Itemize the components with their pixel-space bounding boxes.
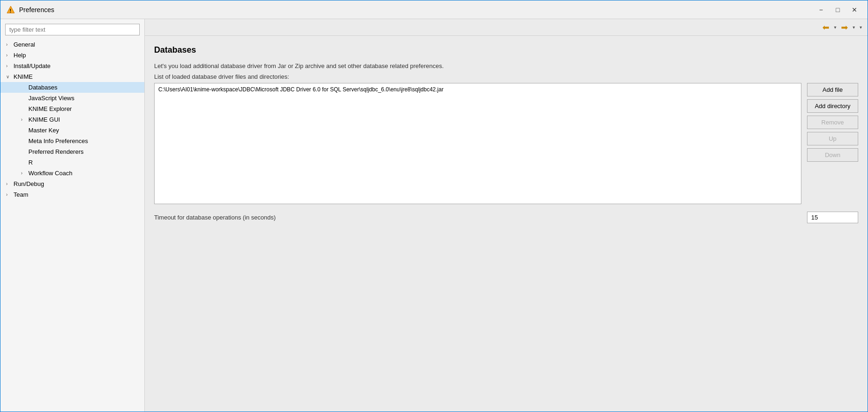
description-text: Let's you load additional database drive… [154, 62, 858, 69]
back-dropdown-button[interactable]: ▾ [832, 24, 838, 31]
remove-button[interactable]: Remove [807, 116, 858, 129]
minimize-button[interactable]: − [814, 3, 828, 16]
sidebar-label-meta-info: Meta Info Preferences [28, 137, 141, 144]
sidebar-item-workflow-coach[interactable]: › Workflow Coach [0, 168, 144, 179]
content-area: › General › Help › Install/Update ∨ KNIM… [0, 19, 868, 412]
list-label: List of loaded database driver files and… [154, 73, 858, 80]
timeout-row: Timeout for database operations (in seco… [154, 212, 858, 223]
panel-title: Databases [154, 45, 858, 55]
forward-dropdown-button[interactable]: ▾ [851, 24, 857, 31]
preferences-window: ! Preferences − □ ✕ › General › Help [0, 0, 868, 412]
menu-dropdown-icon: ▾ [860, 25, 862, 30]
action-buttons: Add file Add directory Remove Up Down [807, 83, 858, 162]
window-title: Preferences [19, 6, 814, 14]
menu-dropdown-button[interactable]: ▾ [858, 24, 864, 31]
svg-text:!: ! [10, 8, 11, 13]
sidebar-item-preferred-renderers[interactable]: Preferred Renderers [0, 146, 144, 157]
forward-dropdown-icon: ▾ [853, 25, 855, 30]
sidebar-item-help[interactable]: › Help [0, 50, 144, 61]
sidebar-label-databases: Databases [28, 84, 141, 91]
sidebar-label-jsviews: JavaScript Views [28, 95, 141, 102]
sidebar-label-general: General [14, 41, 141, 48]
sidebar-label-help: Help [14, 52, 141, 59]
forward-button[interactable]: ➡ [839, 21, 850, 34]
expand-arrow-team: › [6, 192, 14, 197]
app-icon: ! [6, 5, 15, 14]
sidebar-label-master-key: Master Key [28, 127, 141, 134]
sidebar-label-install: Install/Update [14, 62, 141, 69]
window-controls: − □ ✕ [814, 3, 862, 16]
sidebar-item-team[interactable]: › Team [0, 189, 144, 200]
up-button[interactable]: Up [807, 132, 858, 145]
forward-arrow-icon: ➡ [841, 22, 848, 33]
expand-arrow-help: › [6, 53, 14, 58]
sidebar-item-javascript-views[interactable]: JavaScript Views [0, 93, 144, 103]
down-button[interactable]: Down [807, 148, 858, 162]
maximize-button[interactable]: □ [830, 3, 845, 16]
sidebar-label-workflow-coach: Workflow Coach [28, 170, 141, 177]
sidebar-item-general[interactable]: › General [0, 39, 144, 50]
sidebar-item-knime-gui[interactable]: › KNIME GUI [0, 114, 144, 125]
sidebar-item-knime[interactable]: ∨ KNIME [0, 71, 144, 82]
sidebar-item-databases[interactable]: Databases [0, 82, 144, 93]
file-list-box[interactable]: C:\Users\AI01\knime-workspace\JDBC\Micro… [154, 83, 801, 204]
file-list-item: C:\Users\AI01\knime-workspace\JDBC\Micro… [156, 85, 799, 94]
back-arrow-icon: ⬅ [822, 22, 829, 33]
sidebar-item-r[interactable]: R [0, 157, 144, 168]
sidebar-item-meta-info[interactable]: Meta Info Preferences [0, 136, 144, 146]
expand-arrow-workflow-coach: › [21, 171, 28, 176]
sidebar-item-master-key[interactable]: Master Key [0, 125, 144, 136]
expand-arrow-knime-gui: › [21, 117, 28, 122]
sidebar-label-run-debug: Run/Debug [14, 180, 141, 187]
sidebar-item-knime-explorer[interactable]: KNIME Explorer [0, 103, 144, 114]
sidebar-item-install-update[interactable]: › Install/Update [0, 61, 144, 71]
add-file-button[interactable]: Add file [807, 83, 858, 96]
expand-arrow-knime: ∨ [6, 74, 14, 79]
add-directory-button[interactable]: Add directory [807, 99, 858, 113]
main-panel: ⬅ ▾ ➡ ▾ ▾ Databases Let's you load addi [145, 19, 868, 412]
close-button[interactable]: ✕ [847, 3, 862, 16]
sidebar-label-preferred-renderers: Preferred Renderers [28, 148, 141, 155]
back-button[interactable]: ⬅ [821, 21, 831, 34]
expand-arrow-install: › [6, 63, 14, 69]
sidebar-item-run-debug[interactable]: › Run/Debug [0, 179, 144, 189]
sidebar-label-team: Team [14, 191, 141, 198]
timeout-label: Timeout for database operations (in seco… [154, 214, 276, 221]
sidebar-label-knime-gui: KNIME GUI [28, 116, 141, 123]
back-dropdown-icon: ▾ [834, 25, 836, 30]
sidebar: › General › Help › Install/Update ∨ KNIM… [0, 19, 145, 412]
expand-arrow-run-debug: › [6, 181, 14, 186]
sidebar-label-r: R [28, 159, 141, 166]
sidebar-label-knime-explorer: KNIME Explorer [28, 105, 141, 112]
panel-toolbar: ⬅ ▾ ➡ ▾ ▾ [145, 19, 868, 36]
timeout-input[interactable] [807, 212, 858, 223]
sidebar-label-knime: KNIME [14, 73, 141, 80]
panel-content: Databases Let's you load additional data… [145, 36, 868, 412]
file-list-section: C:\Users\AI01\knime-workspace\JDBC\Micro… [154, 83, 858, 204]
title-bar: ! Preferences − □ ✕ [0, 0, 868, 19]
filter-input[interactable] [5, 24, 140, 35]
expand-arrow-general: › [6, 42, 14, 47]
